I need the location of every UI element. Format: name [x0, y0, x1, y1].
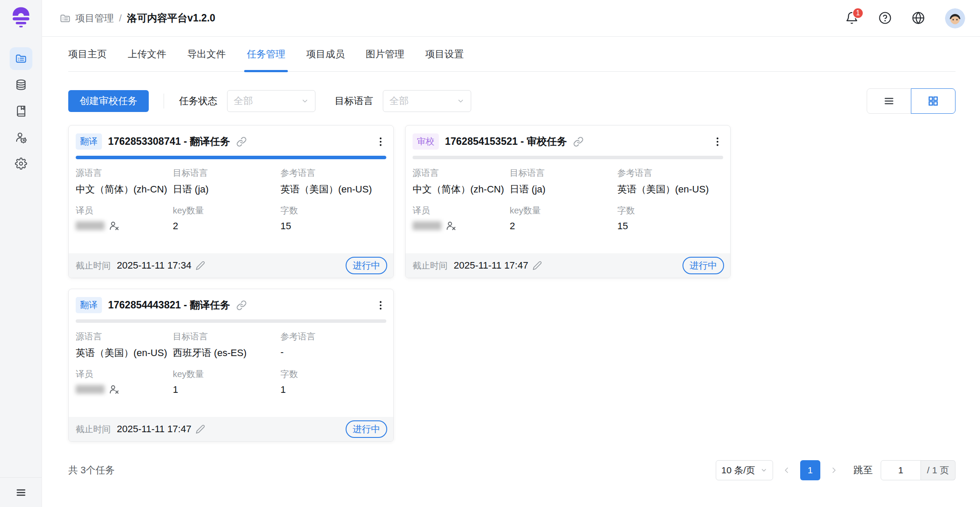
tab-project-settings[interactable]: 项目设置: [425, 37, 464, 71]
topbar-actions: 1: [845, 8, 965, 28]
status-badge: 进行中: [346, 257, 387, 274]
field-label: key数量: [173, 368, 280, 380]
total-tasks-text: 共 3个任务: [68, 464, 115, 477]
field-label: 参考语言: [280, 331, 386, 343]
breadcrumb: 项目管理 / 洛可内容平台v1.2.0: [60, 11, 215, 25]
grid-view-button[interactable]: [911, 88, 956, 114]
toolbar-divider: [164, 94, 164, 108]
jellyfish-logo-icon: [10, 6, 32, 28]
field-value: 英语（美国）(en-US): [617, 183, 723, 196]
chevron-down-icon: [457, 97, 465, 105]
sidebar-item-glossary[interactable]: [10, 100, 32, 122]
field-label: 源语言: [413, 167, 510, 179]
target-language-select[interactable]: 全部: [383, 90, 471, 112]
folder-icon: [60, 13, 71, 24]
deadline-label: 截止时间: [76, 423, 111, 435]
field-value: 1: [280, 384, 386, 395]
sidebar-item-settings[interactable]: [10, 152, 32, 175]
redacted-translator-name: [76, 385, 105, 394]
link-icon[interactable]: [236, 136, 247, 147]
user-x-icon[interactable]: [109, 220, 119, 231]
field-label: 源语言: [76, 167, 173, 179]
target-language-filter-label: 目标语言: [335, 94, 373, 108]
app-logo[interactable]: [10, 4, 32, 29]
sidebar-collapse-button[interactable]: [0, 477, 42, 507]
task-type-badge: 翻译: [76, 297, 102, 313]
deadline-value: 2025-11-11 17:34: [117, 260, 191, 271]
field-label: 参考语言: [280, 167, 386, 179]
kebab-menu-icon[interactable]: [375, 136, 386, 147]
view-toggle: [867, 88, 956, 114]
chevron-left-icon: [783, 466, 791, 474]
chevron-down-icon: [760, 467, 767, 474]
progress-bar: [76, 319, 386, 323]
field-value: 15: [617, 220, 723, 232]
status-badge: 进行中: [682, 257, 724, 274]
toolbar: 创建审校任务 任务状态 全部 目标语言 全部: [68, 88, 956, 114]
task-title: 1762854443821 - 翻译任务: [108, 298, 230, 312]
field-value: 1: [173, 384, 280, 395]
redacted-translator-name: [413, 221, 441, 230]
link-icon[interactable]: [573, 136, 584, 147]
field-label: 源语言: [76, 331, 173, 343]
tab-upload-files[interactable]: 上传文件: [128, 37, 166, 71]
folder-list-icon: [15, 52, 27, 65]
sidebar-nav: [10, 47, 32, 175]
deadline-label: 截止时间: [413, 260, 448, 272]
avatar[interactable]: [945, 8, 965, 28]
sidebar-item-projects[interactable]: [10, 47, 32, 70]
notifications-button[interactable]: 1: [845, 11, 859, 25]
field-value: 英语（美国）(en-US): [280, 183, 386, 196]
link-icon[interactable]: [236, 300, 247, 311]
tab-task-management[interactable]: 任务管理: [247, 37, 285, 71]
user-gear-icon: [15, 131, 27, 143]
sidebar: [0, 0, 42, 507]
progress-bar: [413, 156, 723, 159]
deadline-value: 2025-11-11 17:47: [117, 423, 191, 435]
user-x-icon[interactable]: [109, 384, 119, 395]
kebab-menu-icon[interactable]: [375, 300, 386, 311]
task-type-badge: 审校: [413, 133, 439, 150]
task-status-select[interactable]: 全部: [227, 90, 315, 112]
list-view-button[interactable]: [867, 88, 911, 114]
card-footer: 截止时间 2025-11-11 17:47 进行中: [406, 253, 730, 278]
tab-export-files[interactable]: 导出文件: [187, 37, 226, 71]
task-title: 1762854153521 - 审校任务: [445, 135, 567, 148]
field-value: 日语 (ja): [173, 183, 280, 196]
tab-image-management[interactable]: 图片管理: [366, 37, 404, 71]
prev-page-button[interactable]: [779, 461, 794, 480]
field-value: 中文（简体）(zh-CN): [413, 183, 510, 196]
content: 项目主页 上传文件 导出文件 任务管理 项目成员 图片管理 项目设置 创建审校任…: [42, 37, 980, 507]
tab-project-members[interactable]: 项目成员: [306, 37, 345, 71]
hamburger-icon: [15, 487, 27, 498]
sidebar-item-members[interactable]: [10, 126, 32, 149]
task-status-filter-label: 任务状态: [179, 94, 217, 108]
gear-icon: [15, 157, 27, 170]
edit-deadline-icon[interactable]: [196, 261, 205, 270]
language-button[interactable]: [912, 11, 926, 25]
task-card-grid: 翻译 1762853308741 - 翻译任务 源语言中文（简体）(zh-CN)…: [68, 125, 956, 442]
field-label: 译员: [76, 205, 173, 217]
tab-project-home[interactable]: 项目主页: [68, 37, 107, 71]
field-value: 中文（简体）(zh-CN): [76, 183, 173, 196]
help-button[interactable]: [878, 11, 892, 25]
breadcrumb-section[interactable]: 项目管理: [75, 12, 114, 25]
edit-deadline-icon[interactable]: [532, 261, 542, 270]
deadline-label: 截止时间: [76, 260, 111, 272]
kebab-menu-icon[interactable]: [712, 136, 723, 147]
progress-bar: [76, 156, 386, 159]
page-number-button[interactable]: 1: [800, 460, 820, 480]
sidebar-item-database[interactable]: [10, 73, 32, 96]
field-value: 英语（美国）(en-US): [76, 346, 173, 360]
user-x-icon[interactable]: [446, 220, 456, 231]
task-card: 审校 1762854153521 - 审校任务 源语言中文（简体）(zh-CN)…: [405, 125, 731, 278]
edit-deadline-icon[interactable]: [196, 424, 205, 434]
card-footer: 截止时间 2025-11-11 17:47 进行中: [69, 417, 393, 441]
jump-page-input[interactable]: [881, 460, 921, 480]
field-label: 译员: [413, 205, 510, 217]
page-size-select[interactable]: 10 条/页: [716, 460, 773, 480]
main-area: 项目管理 / 洛可内容平台v1.2.0 1: [42, 0, 980, 507]
app-window: 项目管理 / 洛可内容平台v1.2.0 1: [0, 0, 980, 507]
create-review-task-button[interactable]: 创建审校任务: [68, 90, 149, 112]
next-page-button[interactable]: [826, 461, 841, 480]
